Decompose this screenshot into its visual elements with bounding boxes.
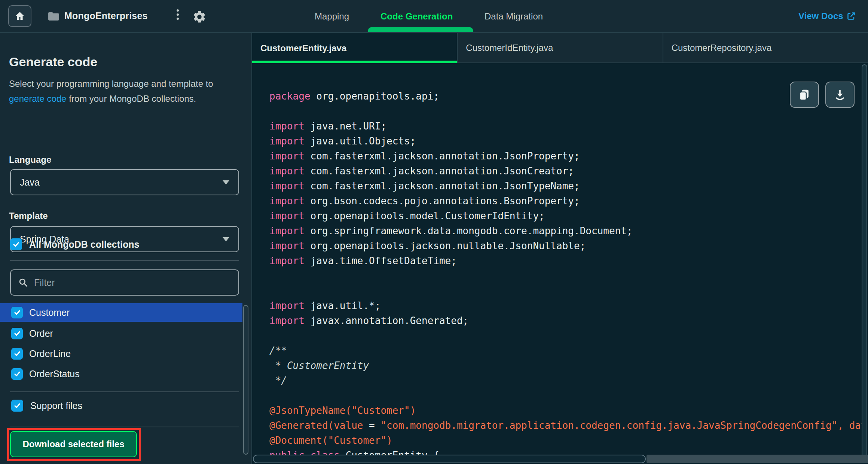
support-files-row: Support files [11, 400, 82, 412]
chevron-down-icon [223, 237, 229, 241]
code-line: import java.util.*; [269, 298, 380, 313]
nav-tab-code-generation[interactable]: Code Generation [380, 11, 453, 22]
vertical-scrollbar[interactable] [862, 64, 867, 460]
view-docs-link[interactable]: View Docs [798, 11, 856, 21]
all-collections-label: All MongoDB collections [29, 239, 139, 250]
file-tab-customerrepository.java[interactable]: CustomerRepository.java [663, 33, 868, 63]
horizontal-scrollbar-thumb[interactable] [253, 455, 646, 463]
generate-code-link[interactable]: generate code [9, 94, 66, 104]
horizontal-scrollbar-track[interactable] [647, 455, 868, 463]
home-button[interactable] [8, 5, 31, 27]
search-icon [18, 278, 28, 287]
check-icon [13, 402, 21, 409]
collection-label: OrderStatus [29, 369, 80, 379]
language-select[interactable]: Java [10, 169, 239, 195]
collection-label: Customer [29, 307, 70, 318]
collection-filter [10, 269, 239, 296]
collection-row-order[interactable]: Order [0, 324, 242, 343]
code-line: */ [269, 373, 287, 388]
chevron-down-icon [223, 180, 229, 184]
top-bar: MongoEnterprises MappingCode GenerationD… [0, 0, 868, 33]
code-line: import com.fasterxml.jackson.annotation.… [269, 149, 580, 164]
code-line: import javax.annotation.Generated; [269, 313, 468, 328]
code-line: import org.openapitools.jackson.nullable… [269, 238, 586, 253]
file-tab-bar: CustomerEntity.javaCustomerIdEntity.java… [252, 33, 868, 63]
check-icon [13, 370, 21, 378]
home-icon [15, 11, 25, 21]
all-collections-checkbox[interactable] [10, 238, 22, 250]
description-text: Select your programming language and tem… [9, 79, 213, 89]
language-value: Java [20, 177, 223, 188]
download-selected-files-button[interactable]: Download selected files [10, 431, 137, 457]
code-line: import org.openapitools.model.CustomerId… [269, 208, 545, 223]
kebab-menu-icon[interactable] [177, 9, 179, 20]
code-line: import java.net.URI; [269, 119, 386, 134]
check-icon [13, 350, 21, 357]
all-collections-row: All MongoDB collections [10, 238, 139, 250]
collection-row-customer[interactable]: Customer [0, 303, 242, 322]
view-docs-label: View Docs [798, 11, 843, 21]
project-name: MongoEnterprises [64, 10, 148, 21]
collection-row-orderstatus[interactable]: OrderStatus [0, 364, 242, 383]
language-label: Language [9, 155, 51, 165]
active-nav-underline [368, 27, 473, 32]
sidebar-scrollbar[interactable] [243, 305, 248, 455]
code-line: import com.fasterxml.jackson.annotation.… [269, 178, 580, 193]
check-icon [12, 241, 20, 248]
filter-input[interactable] [34, 277, 231, 288]
description-text: from your MongoDB collections. [66, 94, 196, 104]
collection-label: Order [29, 328, 53, 339]
code-line: @Generated(value = "com.mongodb.migrator… [269, 418, 867, 433]
collection-checkbox-orderstatus[interactable] [11, 368, 23, 380]
sidebar-description: Select your programming language and tem… [9, 76, 242, 106]
check-icon [13, 309, 21, 316]
nav-tab-data-migration[interactable]: Data Migration [485, 11, 543, 22]
download-icon [834, 88, 846, 101]
collection-checkbox-customer[interactable] [11, 307, 23, 318]
copy-code-button[interactable] [790, 82, 819, 108]
code-line: package org.openapitools.api; [269, 89, 439, 104]
code-line: @JsonTypeName("Customer") [269, 403, 416, 418]
relational-migrator-app: MongoEnterprises MappingCode GenerationD… [0, 0, 868, 464]
code-line: import com.fasterxml.jackson.annotation.… [269, 164, 574, 178]
collection-row-orderline[interactable]: OrderLine [0, 344, 242, 363]
generate-code-sidebar: Generate code Select your programming la… [0, 33, 252, 464]
collection-checkbox-order[interactable] [11, 328, 23, 339]
file-tab-customeridentity.java[interactable]: CustomerIdEntity.java [457, 33, 662, 63]
divider [10, 260, 239, 261]
template-label: Template [9, 211, 48, 221]
external-link-icon [847, 12, 856, 21]
file-tab-customerentity.java[interactable]: CustomerEntity.java [252, 33, 457, 63]
check-icon [13, 330, 21, 337]
code-line: /** [269, 343, 287, 358]
code-line: @Document("Customer") [269, 433, 392, 448]
support-files-checkbox[interactable] [11, 400, 23, 412]
code-line: * CustomerEntity [269, 358, 369, 373]
code-line: import java.time.OffsetDateTime; [269, 253, 457, 268]
copy-icon [798, 88, 811, 101]
collection-checkbox-orderline[interactable] [11, 348, 23, 360]
code-line: import java.util.Objects; [269, 134, 416, 149]
settings-gear-icon[interactable] [192, 10, 207, 25]
divider [10, 391, 239, 392]
folder-icon [48, 11, 60, 21]
code-line: import org.springframework.data.mongodb.… [269, 223, 633, 238]
code-line: import org.bson.codecs.pojo.annotations.… [269, 193, 580, 208]
code-editor: package org.openapitools.api;import java… [252, 63, 868, 464]
support-files-label: Support files [30, 400, 82, 411]
divider [10, 427, 239, 427]
sidebar-heading: Generate code [9, 55, 97, 69]
nav-tab-mapping[interactable]: Mapping [315, 11, 349, 22]
collection-label: OrderLine [29, 348, 71, 359]
download-code-button[interactable] [825, 82, 855, 108]
